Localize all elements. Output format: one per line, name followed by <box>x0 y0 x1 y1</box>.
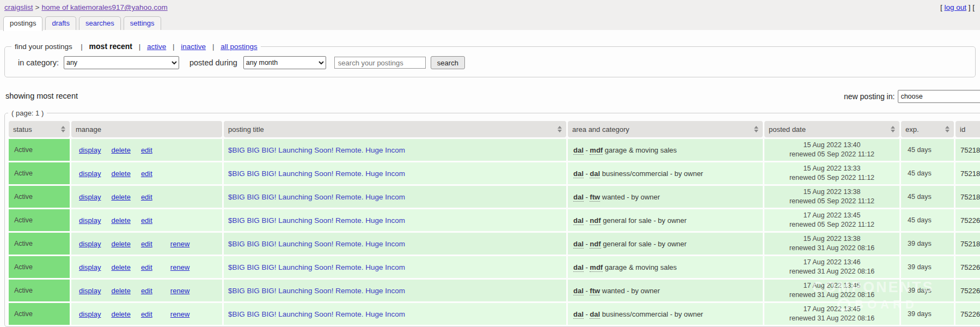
display-link[interactable]: display <box>79 169 101 178</box>
area-abbr: dal <box>573 240 584 249</box>
column-header-exp[interactable]: exp. <box>901 121 954 137</box>
delete-link[interactable]: delete <box>111 216 130 225</box>
craigslist-link[interactable]: craigslist <box>4 3 33 11</box>
title-cell: $BIG BIG BIG! Launching Soon! Remote. Hu… <box>224 209 566 231</box>
renew-link[interactable]: renew <box>170 263 189 271</box>
posting-title-link[interactable]: $BIG BIG BIG! Launching Soon! Remote. Hu… <box>228 240 405 248</box>
renew-link[interactable]: renew <box>170 310 189 318</box>
tab-postings[interactable]: postings <box>3 16 42 31</box>
delete-link[interactable]: delete <box>111 287 130 295</box>
title-cell: $BIG BIG BIG! Launching Soon! Remote. Hu… <box>224 256 566 278</box>
edit-link[interactable]: edit <box>141 263 152 271</box>
manage-cell: displaydeleteedit <box>71 209 222 231</box>
column-header-manage[interactable]: manage <box>71 121 222 137</box>
new-posting-select[interactable]: choose <box>898 90 980 103</box>
view-most-recent[interactable]: most recent <box>89 42 132 51</box>
display-link[interactable]: display <box>79 146 101 154</box>
posted-date: 15 Aug 2022 13:38 <box>767 234 897 244</box>
posting-title-link[interactable]: $BIG BIG BIG! Launching Soon! Remote. Hu… <box>228 287 405 295</box>
delete-link[interactable]: delete <box>111 193 130 201</box>
account-home-link[interactable]: home of katiemorales917@yahoo.com <box>41 3 167 11</box>
breadcrumb: craigslist>home of katiemorales917@yahoo… <box>4 3 168 11</box>
area-abbr: dal <box>573 287 584 295</box>
column-header-id[interactable]: id <box>955 121 980 137</box>
tab-settings[interactable]: settings <box>124 16 161 30</box>
title-cell: $BIG BIG BIG! Launching Soon! Remote. Hu… <box>224 139 566 161</box>
expiration-cell: 45 days <box>901 186 954 208</box>
posting-row: Active displaydeleteedit $BIG BIG BIG! L… <box>9 209 980 231</box>
posting-title-link[interactable]: $BIG BIG BIG! Launching Soon! Remote. Hu… <box>228 146 405 154</box>
find-postings-fieldset: find your postings | most recent | activ… <box>4 42 976 77</box>
view-all-postings[interactable]: all postings <box>220 43 258 51</box>
renew-link[interactable]: renew <box>170 240 189 248</box>
delete-link[interactable]: delete <box>111 146 130 154</box>
column-header-posted-date[interactable]: posted date <box>764 121 899 137</box>
area-category-cell: dal - ndf general for sale - by owner <box>568 209 763 231</box>
delete-link[interactable]: delete <box>111 263 130 271</box>
display-link[interactable]: display <box>79 287 101 295</box>
find-postings-legend: find your postings | most recent | activ… <box>11 42 261 51</box>
posting-title-link[interactable]: $BIG BIG BIG! Launching Soon! Remote. Hu… <box>228 216 405 225</box>
posting-title-link[interactable]: $BIG BIG BIG! Launching Soon! Remote. Hu… <box>228 193 405 201</box>
delete-link[interactable]: delete <box>111 310 130 318</box>
renewed-date: renewed 05 Sep 2022 11:12 <box>767 220 897 230</box>
display-link[interactable]: display <box>79 240 101 248</box>
status-badge: Active <box>9 280 70 301</box>
month-select[interactable]: any month <box>243 56 326 69</box>
display-link[interactable]: display <box>79 216 101 225</box>
posted-date: 17 Aug 2022 13:45 <box>767 211 897 221</box>
delete-link[interactable]: delete <box>111 169 130 178</box>
posted-date: 15 Aug 2022 13:33 <box>767 164 897 174</box>
area-abbr: dal <box>573 193 584 202</box>
posting-row: Active displaydeleteedit $BIG BIG BIG! L… <box>9 186 980 208</box>
column-header-status[interactable]: status <box>9 121 70 137</box>
posting-id-cell: 7521807 <box>955 233 980 255</box>
log-out-link[interactable]: log out <box>944 3 966 11</box>
posting-title-link[interactable]: $BIG BIG BIG! Launching Soon! Remote. Hu… <box>228 169 405 178</box>
column-header-area-category[interactable]: area and category <box>568 121 763 137</box>
view-switcher: find your postings | most recent | activ… <box>15 43 258 51</box>
edit-link[interactable]: edit <box>141 216 152 225</box>
posting-id-cell: 7521808 <box>955 139 980 161</box>
column-header-posting-title[interactable]: posting title <box>224 121 566 137</box>
search-input[interactable] <box>334 57 426 69</box>
edit-link[interactable]: edit <box>141 310 152 318</box>
posting-row: Active displaydeleteeditrenew $BIG BIG B… <box>9 303 980 325</box>
posted-date: 17 Aug 2022 13:45 <box>767 281 897 291</box>
subarea-abbr: mdf <box>590 263 603 272</box>
view-active[interactable]: active <box>147 43 166 51</box>
edit-link[interactable]: edit <box>141 287 152 295</box>
edit-link[interactable]: edit <box>141 169 152 178</box>
posting-title-link[interactable]: $BIG BIG BIG! Launching Soon! Remote. Hu… <box>228 263 405 271</box>
separator: | <box>173 43 175 51</box>
title-cell: $BIG BIG BIG! Launching Soon! Remote. Hu… <box>224 233 566 255</box>
in-category-label: in category: <box>18 58 59 67</box>
expiration-cell: 45 days <box>901 209 954 231</box>
edit-link[interactable]: edit <box>141 193 152 201</box>
renew-link[interactable]: renew <box>170 287 189 295</box>
area-category-cell: dal - ndf general for sale - by owner <box>568 233 763 255</box>
subarea-abbr: ndf <box>590 216 601 225</box>
edit-link[interactable]: edit <box>141 240 152 248</box>
tab-searches[interactable]: searches <box>79 16 121 30</box>
area-category-cell: dal - ftw wanted - by owner <box>568 186 763 208</box>
posting-id-cell: 7521805 <box>955 162 980 184</box>
display-link[interactable]: display <box>79 310 101 318</box>
area-category-cell: dal - ftw wanted - by owner <box>568 280 763 301</box>
delete-link[interactable]: delete <box>111 240 130 248</box>
manage-cell: displaydeleteeditrenew <box>71 233 222 255</box>
tab-drafts[interactable]: drafts <box>45 16 76 30</box>
posted-during-label: posted during <box>189 58 237 67</box>
edit-link[interactable]: edit <box>141 146 152 154</box>
posting-title-link[interactable]: $BIG BIG BIG! Launching Soon! Remote. Hu… <box>228 310 405 318</box>
posting-row: Active displaydeleteedit $BIG BIG BIG! L… <box>9 162 980 184</box>
title-cell: $BIG BIG BIG! Launching Soon! Remote. Hu… <box>224 303 566 325</box>
expiration-cell: 45 days <box>901 139 954 161</box>
category-select[interactable]: any <box>64 56 179 69</box>
search-button[interactable]: search <box>431 56 465 69</box>
display-link[interactable]: display <box>79 263 101 271</box>
posted-date-cell: 17 Aug 2022 13:46renewed 31 Aug 2022 08:… <box>764 256 899 278</box>
status-badge: Active <box>9 303 70 325</box>
view-inactive[interactable]: inactive <box>181 43 206 51</box>
display-link[interactable]: display <box>79 193 101 201</box>
